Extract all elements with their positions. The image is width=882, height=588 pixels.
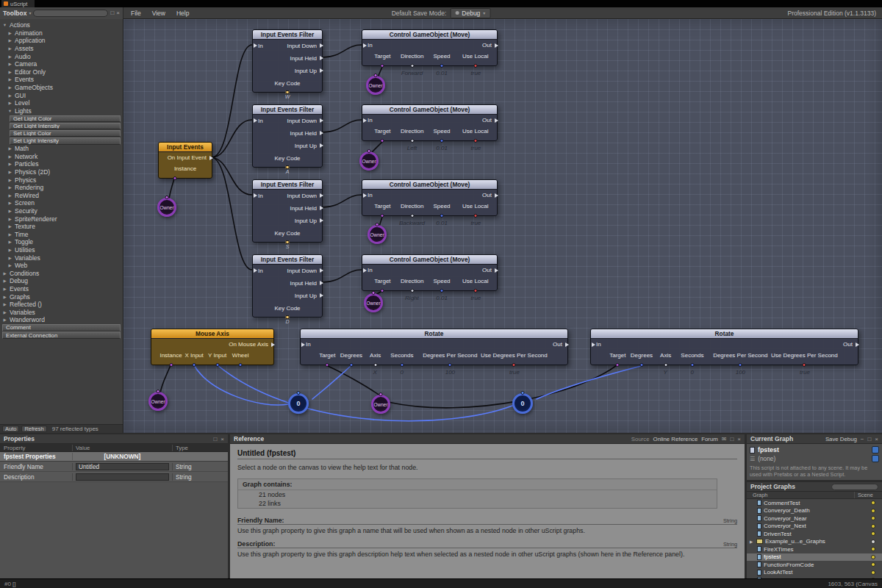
axis-port[interactable] (664, 363, 667, 367)
exec-out-port[interactable] (320, 281, 323, 285)
friendly-name-input[interactable] (76, 463, 169, 470)
toolbox-node-set-light-color[interactable]: Set Light Color (10, 130, 121, 137)
expand-arrow-icon[interactable]: ▶ (750, 539, 754, 544)
exec-in-port[interactable] (363, 268, 367, 273)
expand-arrow-icon[interactable]: ▶ (7, 38, 12, 43)
exec-out-port[interactable] (495, 43, 498, 48)
expand-arrow-icon[interactable]: ▶ (7, 256, 12, 260)
owner-node[interactable]: Owner (371, 395, 390, 414)
toolbox-category-toggle[interactable]: ▶Toggle (0, 238, 123, 246)
exec-out-port[interactable] (320, 68, 323, 73)
expand-arrow-icon[interactable]: ▶ (2, 302, 7, 306)
node-input-events-filter-4[interactable]: Input Events Filter InInput Down Input H… (252, 254, 323, 318)
uselocal-port[interactable] (473, 289, 477, 293)
toolbox-category-conditions[interactable]: ▶Conditions (0, 270, 123, 278)
description-input[interactable] (76, 473, 169, 481)
toolbox-category-gameobjects[interactable]: ▶GameObjects (0, 84, 123, 92)
seconds-port[interactable] (400, 363, 404, 367)
instance-port[interactable] (173, 176, 176, 180)
exec-in-port[interactable] (254, 118, 257, 123)
exec-out-port[interactable] (495, 118, 498, 123)
node-input-events-filter-3[interactable]: Input Events Filter InInput Down Input H… (252, 179, 323, 243)
toolbox-category-utilities[interactable]: ▶Utilities (0, 246, 123, 254)
toolbox-category-math[interactable]: ▶Math (0, 145, 123, 153)
expand-arrow-icon[interactable]: ▶ (2, 318, 7, 322)
expand-arrow-icon[interactable]: ▶ (7, 185, 12, 190)
speed-port[interactable] (440, 214, 443, 218)
graph-canvas[interactable]: Input Events On Input Event Instance Inp… (123, 19, 882, 433)
expand-arrow-icon[interactable]: ▼ (7, 109, 12, 113)
y-input-port[interactable] (215, 363, 219, 367)
close-icon[interactable]: × (875, 436, 878, 442)
degrees-port[interactable] (639, 363, 643, 367)
target-port[interactable] (381, 64, 384, 68)
degrees-port[interactable] (349, 363, 353, 367)
exec-out-port[interactable] (320, 118, 323, 123)
expand-arrow-icon[interactable]: ▶ (7, 240, 12, 244)
toolbox-category-animation[interactable]: ▶Animation (0, 29, 123, 37)
properties-group-row[interactable]: fpstest Properties [UNKNOWN] (0, 452, 228, 462)
project-graph-item[interactable]: Converyor_Next (747, 523, 882, 531)
exec-out-port[interactable] (320, 193, 323, 198)
owner-node[interactable]: Owner (368, 225, 387, 244)
toolbox-category-assets[interactable]: ▶Assets (0, 45, 123, 53)
menu-help[interactable]: Help (176, 10, 189, 17)
source-link[interactable]: Source (631, 436, 650, 442)
toolbox-search-input[interactable] (33, 10, 108, 17)
owner-port[interactable] (374, 74, 378, 77)
expand-arrow-icon[interactable]: ▶ (7, 31, 12, 35)
expand-arrow-icon[interactable]: ▶ (7, 209, 12, 213)
expand-arrow-icon[interactable]: ▶ (7, 93, 12, 98)
toolbox-category-particles[interactable]: ▶Particles (0, 160, 123, 168)
target-port[interactable] (381, 214, 384, 218)
project-graph-item[interactable]: Converyor_Death (747, 507, 882, 515)
toolbox-category-physics-2d[interactable]: ▶Physics (2D) (0, 168, 123, 176)
instance-port[interactable] (169, 363, 173, 367)
expand-arrow-icon[interactable]: ▶ (7, 162, 12, 166)
toolbox-category-audio[interactable]: ▶Audio (0, 52, 123, 60)
node-rotate-2[interactable]: Rotate InOut Target Degrees Axis Seconds… (590, 329, 858, 365)
project-graph-item[interactable]: Converyor_Near (747, 514, 882, 523)
target-port[interactable] (381, 139, 384, 143)
node-control-gameobject-move-1[interactable]: Control GameObject (Move) InOut Target D… (362, 29, 498, 66)
target-port[interactable] (616, 363, 620, 367)
node-control-gameobject-move-3[interactable]: Control GameObject (Move) InOut Target D… (362, 179, 498, 216)
direction-port[interactable] (410, 139, 414, 143)
expand-arrow-icon[interactable]: ▶ (7, 154, 12, 159)
expand-arrow-icon[interactable]: ▶ (7, 248, 12, 252)
expand-arrow-icon[interactable]: ▶ (7, 201, 12, 205)
window-tab[interactable]: uScript (1, 0, 35, 7)
project-graph-item[interactable]: FunctionFromCode (747, 561, 882, 569)
dps-port[interactable] (448, 363, 452, 367)
menu-view[interactable]: View (152, 10, 165, 17)
expand-arrow-icon[interactable]: ▶ (7, 77, 12, 82)
project-graph-item[interactable]: DrivenTest (747, 530, 882, 538)
exec-out-port[interactable] (495, 193, 498, 198)
exec-out-port[interactable] (320, 293, 323, 298)
toolbox-category-wanderword[interactable]: ▶Wanderword (0, 316, 123, 324)
save-mode-dropdown[interactable]: Debug ▾ (450, 8, 490, 18)
toolbox-category-screen[interactable]: ▶Screen (0, 199, 123, 207)
chevron-down-icon[interactable]: ▾ (29, 10, 31, 15)
toolbox-category-lights[interactable]: ▼Lights (0, 107, 123, 115)
expand-arrow-icon[interactable]: ▶ (7, 224, 12, 229)
maximize-icon[interactable]: □ (110, 10, 114, 16)
refresh-button[interactable]: Refresh (21, 426, 46, 432)
expand-arrow-icon[interactable]: ▶ (7, 146, 12, 151)
toolbox-category-reflected[interactable]: ▶Reflected () (0, 301, 123, 309)
project-graph-item[interactable]: CommentTest (747, 499, 882, 507)
owner-port[interactable] (157, 390, 160, 393)
expand-arrow-icon[interactable]: ▶ (7, 178, 12, 182)
save-debug-button[interactable]: Save Debug (825, 436, 857, 442)
expand-arrow-icon[interactable]: ▶ (2, 271, 7, 276)
toolbox-category-camera[interactable]: ▶Camera (0, 60, 123, 68)
speed-port[interactable] (440, 139, 443, 143)
close-icon[interactable]: × (737, 436, 741, 442)
expand-arrow-icon[interactable]: ▶ (2, 295, 7, 299)
owner-node[interactable]: Owner (359, 151, 379, 171)
project-graphs-search-input[interactable] (831, 484, 878, 490)
expand-arrow-icon[interactable]: ▶ (7, 85, 12, 90)
maximize-icon[interactable]: □ (730, 436, 734, 442)
exec-out-port[interactable] (320, 218, 323, 223)
expand-arrow-icon[interactable]: ▶ (7, 170, 12, 174)
